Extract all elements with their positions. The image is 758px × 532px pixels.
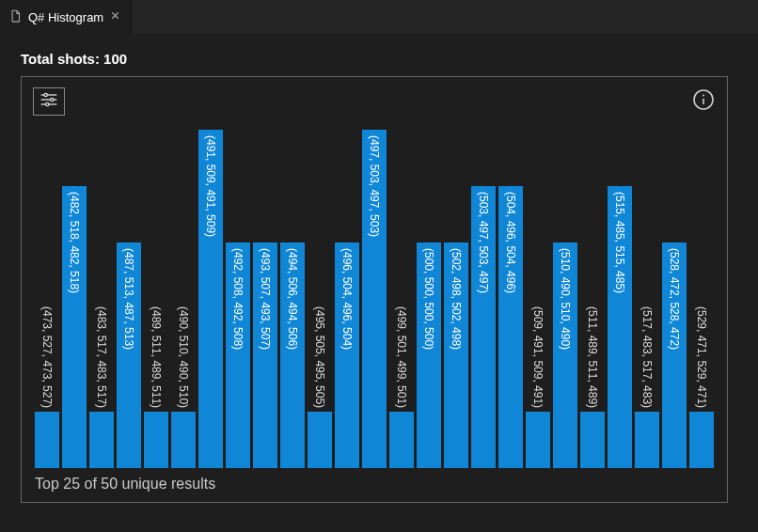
histogram-bar[interactable]: (500, 500, 500, 500) [417, 243, 441, 468]
bar-slot: (492, 508, 492, 508) [226, 120, 250, 468]
svg-point-3 [51, 98, 54, 101]
histogram-bar[interactable]: (515, 485, 515, 485) [608, 186, 632, 468]
bar-slot: (502, 498, 502, 498) [444, 120, 468, 468]
histogram-bar[interactable]: (491, 509, 491, 509) [198, 130, 223, 468]
bar-slot: (491, 509, 491, 509) [198, 120, 223, 468]
histogram-bar[interactable]: (487, 513, 487, 513) [117, 243, 141, 468]
svg-point-7 [703, 95, 704, 97]
histogram-bar[interactable] [389, 412, 414, 468]
bar-slot: (509, 491, 509, 491) [526, 120, 550, 468]
histogram-bar[interactable]: (493, 507, 493, 507) [253, 243, 277, 468]
bar-slot: (528, 472, 528, 472) [662, 120, 687, 468]
histogram-bar[interactable]: (510, 490, 510, 490) [553, 243, 577, 468]
bar-label: (515, 485, 515, 485) [613, 188, 626, 297]
histogram-bar[interactable] [144, 412, 168, 468]
histogram-bar[interactable] [526, 412, 550, 468]
settings-icon [39, 91, 58, 112]
bar-slot: (494, 506, 494, 506) [280, 120, 305, 468]
bar-label: (517, 483, 517, 483) [640, 303, 654, 412]
content-area: Total shots: 100 [0, 34, 758, 510]
bar-label: (503, 497, 503, 497) [477, 188, 490, 297]
bar-label: (510, 490, 510, 490) [559, 244, 572, 353]
svg-point-5 [46, 102, 49, 105]
bar-label: (489, 511, 489, 511) [150, 303, 163, 412]
bar-slot: (497, 503, 497, 503) [362, 120, 387, 468]
histogram-bar[interactable]: (503, 497, 503, 497) [471, 186, 496, 468]
bar-label: (500, 500, 500, 500) [422, 244, 435, 353]
histogram-bar[interactable] [308, 412, 332, 468]
bar-label: (482, 518, 482, 518) [68, 188, 81, 297]
bar-label: (499, 501, 499, 501) [395, 303, 408, 412]
histogram-bar[interactable]: (528, 472, 528, 472) [662, 243, 687, 468]
settings-button[interactable] [33, 87, 65, 116]
bar-slot: (487, 513, 487, 513) [117, 120, 141, 468]
bar-slot: (490, 510, 490, 510) [171, 120, 196, 468]
histogram-bar[interactable]: (502, 498, 502, 498) [444, 243, 468, 468]
bar-label: (511, 489, 511, 489) [586, 303, 599, 412]
bar-slot: (515, 485, 515, 485) [608, 120, 632, 468]
bar-label: (529, 471, 529, 471) [695, 303, 708, 412]
close-icon[interactable] [109, 9, 121, 24]
bar-slot: (511, 489, 511, 489) [580, 120, 605, 468]
bar-label: (492, 508, 492, 508) [231, 244, 245, 353]
histogram-bar[interactable] [689, 412, 714, 468]
bar-label: (502, 498, 502, 498) [450, 244, 463, 353]
bar-label: (490, 510, 490, 510) [177, 303, 190, 412]
bar-label: (504, 496, 504, 496) [504, 188, 517, 297]
bar-slot: (496, 504, 496, 504) [335, 120, 359, 468]
bar-label: (494, 506, 494, 506) [286, 244, 299, 353]
bar-slot: (529, 471, 529, 471) [689, 120, 714, 468]
bar-slot: (517, 483, 517, 483) [635, 120, 659, 468]
file-icon [9, 9, 23, 25]
histogram-bar[interactable] [89, 412, 114, 468]
bar-slot: (495, 505, 495, 505) [308, 120, 332, 468]
bar-slot: (500, 500, 500, 500) [417, 120, 441, 468]
histogram-bar[interactable] [171, 412, 196, 468]
histogram-bar[interactable]: (494, 506, 494, 506) [280, 243, 305, 468]
bar-slot: (499, 501, 499, 501) [389, 120, 414, 468]
bar-label: (493, 507, 493, 507) [259, 244, 272, 353]
histogram-bar[interactable] [35, 412, 59, 468]
bar-label: (487, 513, 487, 513) [122, 244, 135, 353]
bar-slot: (510, 490, 510, 490) [553, 120, 577, 468]
bar-slot: (482, 518, 482, 518) [62, 120, 87, 468]
bar-label: (496, 504, 496, 504) [340, 244, 354, 353]
info-icon [692, 88, 715, 115]
bar-label: (497, 503, 497, 503) [368, 132, 381, 241]
bar-slot: (489, 511, 489, 511) [144, 120, 168, 468]
bar-slot: (473, 527, 473, 527) [35, 120, 59, 468]
bar-slot: (493, 507, 493, 507) [253, 120, 277, 468]
histogram-panel: (473, 527, 473, 527)(482, 518, 482, 518)… [21, 76, 728, 503]
bar-label: (473, 527, 473, 527) [40, 303, 54, 412]
bar-slot: (504, 496, 504, 496) [498, 120, 523, 468]
svg-point-1 [44, 93, 47, 96]
info-button[interactable] [691, 89, 716, 114]
bar-label: (483, 517, 483, 517) [95, 303, 108, 412]
histogram-bar[interactable]: (497, 503, 497, 503) [362, 130, 387, 468]
bar-slot: (483, 517, 483, 517) [89, 120, 114, 468]
panel-toolbar [33, 86, 716, 117]
tab-title: Q# Histogram [28, 10, 103, 24]
histogram-bar[interactable]: (482, 518, 482, 518) [62, 186, 87, 468]
histogram-bar[interactable] [580, 412, 605, 468]
bar-label: (495, 505, 495, 505) [313, 303, 326, 412]
histogram-bar[interactable]: (504, 496, 504, 496) [498, 186, 523, 468]
histogram-tab[interactable]: Q# Histogram [0, 0, 132, 34]
bar-slot: (503, 497, 503, 497) [471, 120, 496, 468]
histogram-chart: (473, 527, 473, 527)(482, 518, 482, 518)… [33, 117, 716, 468]
histogram-bar[interactable] [635, 412, 659, 468]
total-shots-label: Total shots: 100 [21, 51, 737, 67]
bar-label: (509, 491, 509, 491) [531, 303, 545, 412]
bar-label: (528, 472, 528, 472) [668, 244, 681, 353]
histogram-bar[interactable]: (492, 508, 492, 508) [226, 243, 250, 468]
histogram-bar[interactable]: (496, 504, 496, 504) [335, 243, 359, 468]
tab-bar: Q# Histogram [0, 0, 758, 34]
results-summary: Top 25 of 50 unique results [33, 468, 716, 493]
bar-label: (491, 509, 491, 509) [204, 132, 217, 241]
